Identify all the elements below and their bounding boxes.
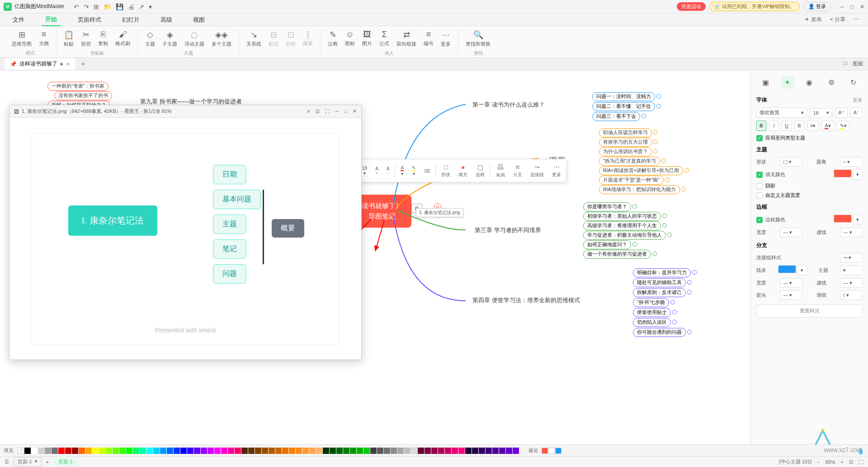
align-button[interactable]: ≡▾ bbox=[807, 121, 819, 131]
popup-menu-icon[interactable]: ≡ bbox=[307, 108, 310, 114]
panel-tab-settings[interactable]: ⚙ bbox=[825, 76, 838, 89]
font-shrink-button[interactable]: A⁻ bbox=[850, 107, 863, 118]
color-swatch[interactable] bbox=[221, 448, 227, 454]
color-swatch[interactable] bbox=[438, 448, 444, 454]
border-color-more[interactable]: ▾ bbox=[853, 215, 863, 225]
leaf-node[interactable]: 问题一：没时间、没精力 bbox=[592, 92, 655, 101]
color-swatch[interactable] bbox=[452, 448, 458, 454]
qat-more-icon[interactable]: ▾ bbox=[149, 3, 152, 10]
apply-same-checkbox[interactable]: ✓应用至同类型主题 bbox=[756, 135, 863, 141]
topic-button[interactable]: ◇主题 bbox=[142, 28, 158, 49]
menu-more-button[interactable]: ⋯ bbox=[854, 16, 859, 23]
font-color-button[interactable]: A ▾ bbox=[397, 163, 407, 178]
branch-button[interactable]: ⤱分支 bbox=[509, 162, 526, 180]
fill-button[interactable]: ●填充 bbox=[455, 162, 471, 180]
promo-badge[interactable]: 优惠活动 bbox=[677, 2, 706, 11]
leaf-node[interactable]: 有效学习的五大公理 bbox=[599, 138, 652, 147]
italic-button[interactable]: I bbox=[769, 121, 779, 131]
popup-minimize-icon[interactable]: ─ bbox=[335, 108, 339, 114]
color-swatch[interactable] bbox=[513, 448, 519, 454]
color-swatch[interactable] bbox=[119, 448, 126, 454]
color-swatch[interactable] bbox=[58, 448, 65, 454]
copy-button[interactable]: ⎘复制 bbox=[95, 28, 111, 49]
fullscreen-button[interactable]: ⛶ bbox=[859, 459, 863, 465]
leaf-node[interactable]: 为什么培训比书贵？ bbox=[599, 147, 652, 156]
color-swatch[interactable] bbox=[24, 448, 31, 454]
minimize-icon[interactable]: ─ bbox=[840, 4, 844, 10]
font-increase-button[interactable]: A+ bbox=[372, 164, 382, 177]
color-swatch[interactable] bbox=[269, 448, 275, 454]
color-swatch[interactable] bbox=[418, 448, 424, 454]
menu-page-style[interactable]: 页面样式 bbox=[74, 14, 105, 26]
leaf-node[interactable]: 高级学习者：将推理用于个人生 bbox=[583, 221, 661, 230]
leaf-node[interactable]: 如何正确地提问？ bbox=[583, 240, 631, 249]
color-swatch[interactable] bbox=[52, 448, 58, 454]
leaf-node[interactable]: "拆为己用"才是真的学习 bbox=[599, 157, 660, 166]
icon-button[interactable]: ☺图标 bbox=[342, 28, 358, 49]
redo-icon[interactable]: ↷ bbox=[84, 3, 89, 10]
color-swatch[interactable] bbox=[31, 448, 38, 454]
font-more-button[interactable]: 更多 bbox=[853, 97, 863, 103]
reset-style-button[interactable]: 重置样式 bbox=[756, 304, 863, 318]
highlight-button[interactable]: ✎ ▾ bbox=[408, 163, 419, 178]
color-swatch[interactable] bbox=[65, 448, 71, 454]
branch-topic-dropdown[interactable]: ▾ bbox=[840, 266, 863, 275]
border-color-swatch[interactable] bbox=[834, 215, 852, 223]
connector-style-dropdown[interactable]: ⤙ ▾ bbox=[840, 253, 863, 262]
popup-fullscreen-icon[interactable]: ⛶ bbox=[325, 108, 330, 114]
save-icon[interactable]: 💾 bbox=[116, 3, 123, 10]
publish-button[interactable]: ✈ 发布 bbox=[805, 16, 821, 23]
summary-button[interactable]: }概要 bbox=[300, 28, 316, 49]
chapter-node[interactable]: 第三章 学习者的不同境界 bbox=[475, 226, 541, 234]
panel-tab-history[interactable]: ↻ bbox=[847, 76, 860, 89]
color-swatch[interactable] bbox=[208, 448, 214, 454]
leaf-node[interactable]: 做一个有价值的学习促进者 bbox=[583, 250, 651, 259]
image-button[interactable]: 🖼图片 bbox=[359, 28, 375, 49]
color-swatch[interactable] bbox=[336, 448, 343, 454]
shape-button[interactable]: □形状 bbox=[438, 162, 454, 180]
leaf-node[interactable]: 你可能会遇到的问题 bbox=[633, 328, 686, 337]
color-swatch[interactable] bbox=[133, 448, 139, 454]
fill-color-more[interactable]: ▾ bbox=[853, 169, 863, 180]
color-swatch[interactable] bbox=[302, 448, 309, 454]
page-dropdown[interactable]: 页面-1▾ bbox=[14, 457, 42, 467]
page-tab[interactable]: 页面-1 bbox=[53, 457, 78, 467]
leaf-node[interactable]: 你是哪类学习者？ bbox=[583, 202, 631, 211]
corner-dropdown[interactable]: ⌐ ▾ bbox=[840, 157, 863, 167]
maximize-icon[interactable]: □ bbox=[850, 4, 854, 10]
font-color-button[interactable]: A▾ bbox=[821, 121, 834, 131]
taper-dropdown[interactable]: ⟨ ▾ bbox=[840, 290, 863, 300]
menu-start[interactable]: 开始 bbox=[42, 14, 61, 26]
menu-file[interactable]: 文件 bbox=[9, 14, 28, 26]
bold-button[interactable]: B bbox=[756, 121, 766, 131]
leaf-node[interactable]: 明确目标：提升学习力 bbox=[633, 268, 691, 277]
color-swatch[interactable] bbox=[45, 448, 51, 454]
color-swatch[interactable] bbox=[499, 448, 505, 454]
shadow-checkbox[interactable]: 阴影 bbox=[756, 182, 863, 189]
relationship-button[interactable]: ↘关系线 bbox=[244, 28, 264, 49]
recent-color-swatch[interactable] bbox=[555, 448, 561, 454]
outline-mode-button[interactable]: ≡大纲 bbox=[36, 28, 52, 49]
subtopic-button[interactable]: ◈子主题 bbox=[160, 28, 180, 49]
bilink-button[interactable]: ⇄双向链接 bbox=[394, 28, 419, 49]
line-color-swatch[interactable] bbox=[778, 265, 796, 273]
leaf-node[interactable]: 便签使用贴士 bbox=[633, 308, 671, 317]
popup-pin-icon[interactable]: ⊡ bbox=[316, 108, 320, 114]
insert-more-button[interactable]: ⋯更多 bbox=[438, 28, 453, 49]
leaf-node[interactable]: 学习促进者：积极主动地引导他人 bbox=[583, 231, 666, 240]
color-swatch[interactable] bbox=[506, 448, 512, 454]
color-swatch[interactable] bbox=[201, 448, 207, 454]
color-swatch[interactable] bbox=[85, 448, 92, 454]
formula-button[interactable]: Σ公式 bbox=[377, 28, 392, 49]
cut-button[interactable]: ✂剪切 bbox=[78, 28, 94, 49]
color-swatch[interactable] bbox=[404, 448, 410, 454]
leaf-node[interactable]: 没有拆书家拆不了的书 bbox=[54, 91, 112, 100]
color-swatch[interactable] bbox=[194, 448, 200, 454]
paste-button[interactable]: 📋粘贴 bbox=[61, 28, 76, 49]
font-size-dropdown[interactable]: 18▾ bbox=[810, 108, 832, 117]
menu-advanced[interactable]: 高级 bbox=[157, 14, 176, 26]
undo-icon[interactable]: ↶ bbox=[74, 3, 79, 10]
chapter-node[interactable]: 第一章 读书为什么这么难？ bbox=[472, 101, 545, 109]
color-swatch[interactable] bbox=[187, 448, 193, 454]
color-swatch[interactable] bbox=[160, 448, 166, 454]
